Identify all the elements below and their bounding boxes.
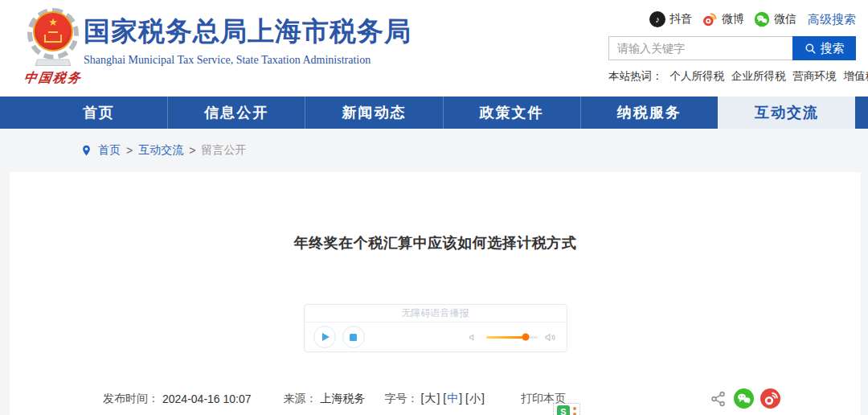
search-button[interactable]: 搜索	[792, 36, 856, 60]
nav-item-news[interactable]: 新闻动态	[305, 97, 442, 129]
nav-item-info-disclosure[interactable]: 信息公开	[167, 97, 305, 129]
logo-seal-text: 中国税务	[17, 70, 90, 87]
hot-words-row: 本站热词： 个人所得税 企业所得税 营商环境 增值税	[608, 69, 856, 84]
emblem-core: ★	[33, 11, 73, 51]
emblem-ribbon	[35, 59, 71, 66]
weibo-share-icon[interactable]	[760, 388, 780, 409]
hot-word-link[interactable]: 营商环境	[793, 69, 837, 84]
volume-control	[468, 331, 558, 344]
douyin-icon: ♪	[649, 11, 665, 27]
article-title: 年终奖在个税汇算中应该如何选择计税方式	[10, 172, 861, 253]
site-logo: ★ 中国税务	[18, 6, 88, 87]
site-title-en: Shanghai Municipal Tax Service, State Ta…	[84, 54, 411, 67]
site-titles: 国家税务总局上海市税务局 Shanghai Municipal Tax Serv…	[84, 16, 411, 67]
nav-item-interaction[interactable]: 互动交流	[718, 97, 855, 129]
source-value: 上海税务	[321, 392, 366, 405]
quick-links-row: ♪ 抖音 微博	[608, 10, 856, 28]
volume-fill	[486, 336, 526, 339]
breadcrumb: 首页 > 互动交流 > 留言公开	[0, 129, 868, 172]
audio-player-title: 无障碍语音播报	[305, 305, 567, 323]
site-title-zh: 国家税务总局上海市税务局	[84, 16, 411, 47]
breadcrumb-home[interactable]: 首页	[98, 143, 121, 158]
share-icon[interactable]	[710, 390, 727, 408]
volume-mute-icon[interactable]	[468, 331, 480, 343]
publish-time-label: 发布时间：	[103, 392, 159, 406]
douyin-label: 抖音	[669, 12, 692, 27]
font-size-medium[interactable]: [中]	[443, 392, 463, 406]
source: 来源：上海税务	[284, 392, 366, 406]
wechat-share-icon[interactable]	[734, 388, 754, 409]
font-size-large[interactable]: [大]	[421, 392, 441, 406]
font-size-switcher: 字号： [大] [中] [小]	[385, 392, 485, 406]
share-buttons	[710, 388, 780, 409]
emblem-star-icon: ★	[48, 17, 58, 27]
main-nav: 首页 信息公开 新闻动态 政策文件 纳税服务 互动交流	[0, 97, 868, 129]
publish-time-value: 2024-04-16 10:07	[162, 392, 252, 405]
wechat-label: 微信	[774, 12, 796, 27]
search-icon	[805, 43, 817, 55]
badge-dots-icon	[573, 405, 576, 415]
volume-loud-icon[interactable]	[544, 331, 558, 344]
douyin-link[interactable]: ♪ 抖音	[649, 11, 692, 27]
search-input[interactable]	[608, 36, 792, 60]
breadcrumb-section[interactable]: 互动交流	[138, 143, 183, 158]
volume-slider[interactable]	[486, 336, 538, 339]
emblem-gate-icon	[44, 35, 62, 43]
play-button[interactable]	[313, 326, 336, 348]
weibo-label: 微博	[722, 12, 744, 27]
article-meta: 发布时间： 2024-04-16 10:07 来源：上海税务 字号： [大] […	[10, 388, 861, 409]
font-size-small[interactable]: [小]	[465, 392, 485, 406]
site-header: ★ 中国税务 国家税务总局上海市税务局 Shanghai Municipal T…	[0, 0, 868, 97]
stop-icon	[350, 334, 357, 341]
article-card: 年终奖在个税汇算中应该如何选择计税方式 无障碍语音播报	[10, 172, 861, 415]
advanced-search-link[interactable]: 高级搜索	[808, 12, 856, 27]
play-icon	[322, 333, 330, 341]
nav-item-tax-service[interactable]: 纳税服务	[580, 97, 718, 129]
audio-player: 无障碍语音播报	[304, 304, 567, 352]
breadcrumb-separator: >	[126, 144, 133, 157]
breadcrumb-current: 留言公开	[201, 143, 246, 158]
audio-player-controls	[305, 323, 567, 351]
font-size-label: 字号：	[385, 392, 419, 406]
breadcrumb-separator: >	[189, 144, 195, 157]
nav-item-policy[interactable]: 政策文件	[443, 97, 580, 129]
wechat-link[interactable]: 微信	[754, 11, 796, 27]
hot-word-link[interactable]: 个人所得税	[670, 69, 725, 84]
volume-handle[interactable]	[522, 334, 530, 341]
screenshot-badge[interactable]: S	[553, 403, 580, 415]
search-button-label: 搜索	[821, 41, 845, 56]
stop-button[interactable]	[342, 326, 365, 348]
hot-words-label: 本站热词：	[608, 69, 663, 84]
header-right: ♪ 抖音 微博	[608, 10, 856, 84]
location-pin-icon	[80, 143, 92, 158]
weibo-link[interactable]: 微博	[702, 11, 744, 27]
weibo-icon	[702, 11, 718, 27]
screenshot-badge-icon: S	[557, 405, 570, 415]
tax-emblem-icon: ★	[25, 6, 81, 66]
wechat-icon	[754, 11, 770, 27]
nav-item-home[interactable]: 首页	[31, 97, 167, 129]
search-bar: 搜索	[608, 36, 856, 60]
source-label: 来源：	[284, 392, 317, 405]
hot-word-link[interactable]: 增值税	[844, 69, 868, 84]
hot-word-link[interactable]: 企业所得税	[731, 69, 786, 84]
